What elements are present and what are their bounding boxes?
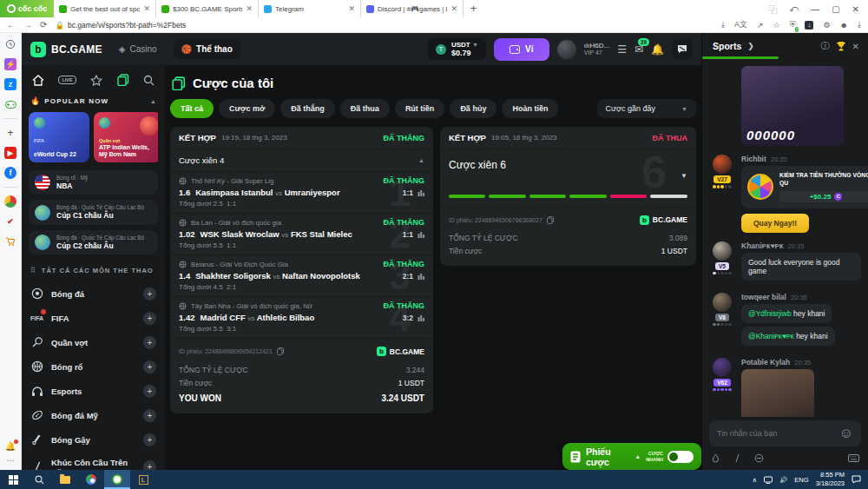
commands-icon[interactable] <box>733 453 742 463</box>
rain-icon[interactable] <box>711 453 720 463</box>
chevron-right-icon[interactable]: ❯ <box>747 42 814 50</box>
chat-username[interactable]: towqeer bilal <box>741 293 786 301</box>
extensions-icon[interactable]: ⚙ <box>823 21 830 30</box>
sort-dropdown[interactable]: Cược gần đây▼ <box>597 99 696 118</box>
featured-event[interactable]: Bóng đá · Quốc Tế Cấp Câu Lạc Bộ Cúp C2 … <box>29 230 158 254</box>
filter-pill[interactable]: Tất cả <box>170 99 214 118</box>
chat-image[interactable]: 000000 <box>741 66 844 146</box>
taskbar-clock[interactable]: 8:55 PM 3/18/2023 <box>816 471 845 488</box>
home-icon[interactable] <box>32 75 44 86</box>
stats-icon[interactable] <box>418 189 424 196</box>
bookmark-star-icon[interactable]: ☆ <box>773 21 780 30</box>
youtube-icon[interactable]: ▶ <box>4 147 16 159</box>
coccoc-logo[interactable]: cốc cốc <box>0 0 54 17</box>
mail-icon[interactable]: ✉39 <box>635 43 643 56</box>
betslip-button[interactable]: Phiếu cược ▲ CƯỢCNHANH <box>562 443 701 470</box>
coin-drop-icon[interactable] <box>754 453 764 463</box>
url-field[interactable]: 🔒 bc.game/vi/sports?bt-path=%2Fbets <box>55 21 713 30</box>
restore-tab-icon[interactable]: ⤺ <box>789 3 799 14</box>
browser-tab[interactable]: $300 BC.GAME Sports Parlay ✕ <box>156 0 259 17</box>
sidebar-item-soccer[interactable]: Bóng đá + <box>29 281 158 306</box>
close-button[interactable]: ✕ <box>852 4 859 14</box>
stats-icon[interactable] <box>418 231 424 238</box>
chat-username[interactable]: Potable Kylah <box>741 358 790 367</box>
expand-plus-icon[interactable]: + <box>143 287 156 301</box>
vip-progress-icon[interactable]: ☰ <box>617 43 627 56</box>
sidebar-item-hockey[interactable]: Khúc Côn Cầu Trên Băng + <box>29 452 158 470</box>
trophy-icon[interactable] <box>836 41 846 51</box>
more-icon[interactable]: ⋯ <box>6 456 14 465</box>
maximize-button[interactable]: ▢ <box>832 4 839 14</box>
sidebar-item-tennis[interactable]: Quần vợt + <box>29 330 158 354</box>
expand-plus-icon[interactable]: + <box>143 312 156 325</box>
notifications-bell-icon[interactable]: 🔔 <box>5 441 16 451</box>
volume-icon[interactable]: 🔊 <box>779 476 787 484</box>
stats-icon[interactable] <box>418 314 424 321</box>
chat-username[interactable]: Khaniᴘᴋ♥ᴘᴋ <box>741 241 784 250</box>
chrome-icon[interactable] <box>78 470 104 489</box>
wallet-button[interactable]: Ví <box>494 38 549 61</box>
download-extension-icon[interactable]: ↓ <box>805 21 813 30</box>
avatar[interactable] <box>713 155 732 174</box>
language-indicator[interactable]: ENG <box>794 476 808 484</box>
spin-promo-card[interactable]: KIỂM TRA TIỀN THƯỞNG VÒNG QU +$0.25 C <box>741 166 868 208</box>
start-button[interactable] <box>0 470 26 489</box>
reload-icon[interactable]: ⟳ <box>40 20 47 30</box>
tab-close-icon[interactable]: ✕ <box>450 4 457 13</box>
sidebar-item-amfootball[interactable]: Bóng đá Mỹ + <box>29 403 158 427</box>
shopping-site-icon[interactable] <box>4 195 16 208</box>
filter-pill[interactable]: Cược mở <box>219 99 275 118</box>
tab-close-icon[interactable]: ✕ <box>348 4 355 13</box>
bet-card-won[interactable]: KẾT HỢP 19:19, 18 thg 3, 2023ĐÃ THẮNG Cư… <box>170 127 433 413</box>
translate-icon[interactable]: A文 <box>734 19 747 30</box>
emoji-icon[interactable]: ☺ <box>839 426 853 441</box>
coccoc-taskbar-icon[interactable] <box>104 470 130 489</box>
chat-photo[interactable] <box>741 369 814 417</box>
expand-plus-icon[interactable]: + <box>143 433 156 446</box>
bell-icon[interactable]: 🔔 <box>651 43 664 56</box>
info-icon[interactable]: ⓘ <box>821 40 830 52</box>
browser-tab[interactable]: Discord | #🎮games | BC G ✕ <box>361 0 464 17</box>
favorites-star-icon[interactable] <box>90 75 102 86</box>
filter-pill[interactable]: Đã hủy <box>450 99 496 118</box>
history-icon[interactable] <box>4 38 16 50</box>
my-bets-icon[interactable] <box>117 74 129 86</box>
sidebar-item-esports[interactable]: Esports + <box>29 379 158 403</box>
expand-plus-icon[interactable]: + <box>143 360 156 373</box>
chat-room-label[interactable]: Sports <box>713 41 741 51</box>
filter-pill[interactable]: Rút tiền <box>395 99 445 118</box>
downloads-icon[interactable]: ⤓ <box>858 20 861 30</box>
balance-selector[interactable]: T USDT ▼ $0.79 <box>428 38 486 61</box>
forward-icon[interactable]: → <box>23 20 32 30</box>
profile-icon[interactable]: ☻ <box>840 21 848 30</box>
add-shortcut-icon[interactable]: + <box>4 127 16 139</box>
split-screen-icon[interactable]: ⿻ <box>768 3 777 16</box>
stats-icon[interactable] <box>418 273 424 280</box>
expand-plus-icon[interactable]: + <box>143 409 156 422</box>
avatar[interactable] <box>557 40 576 59</box>
share-icon[interactable]: ↗ <box>757 21 764 30</box>
close-icon[interactable]: ✕ <box>852 42 859 51</box>
network-icon[interactable] <box>764 476 773 484</box>
new-tab-button[interactable]: + <box>464 3 483 15</box>
avatar[interactable] <box>713 358 732 377</box>
popular-card[interactable]: Quần vợt ATP Indian Wells, Mỹ Đơn Nam <box>94 112 158 162</box>
taskbar-search-icon[interactable] <box>26 470 52 489</box>
browser-tab[interactable]: Get the best out of sports b ✕ <box>54 0 156 17</box>
copy-icon[interactable] <box>547 216 554 224</box>
expand-plus-icon[interactable]: + <box>143 336 156 349</box>
user-info[interactable]: ıIıH6D... VIP 47 <box>584 42 609 57</box>
zalo-icon[interactable]: Z <box>4 78 16 90</box>
tab-close-icon[interactable]: ✕ <box>246 4 253 13</box>
chat-input[interactable]: Tin nhắn của bạn ☺ <box>709 420 861 446</box>
games-icon[interactable] <box>4 98 16 110</box>
browser-tab[interactable]: Telegram ✕ <box>259 0 361 17</box>
popular-card[interactable]: FIFA eWorld Cup 22 <box>29 112 89 162</box>
file-explorer-icon[interactable] <box>52 470 78 489</box>
filter-pill[interactable]: Đã thua <box>340 99 390 118</box>
league-of-legends-icon[interactable]: L <box>130 470 156 489</box>
search-icon[interactable] <box>143 75 155 86</box>
minimize-button[interactable]: — <box>811 4 819 14</box>
featured-event[interactable]: Bóng đá · Quốc Tế Cấp Câu Lạc Bộ Cúp C1 … <box>29 200 158 224</box>
cart-icon[interactable] <box>4 235 16 248</box>
